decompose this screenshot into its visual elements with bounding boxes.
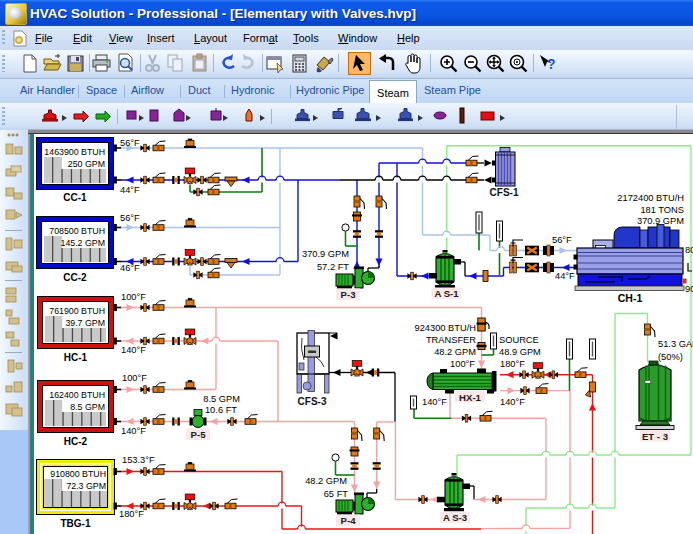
svg-text:P-5: P-5 <box>191 429 207 440</box>
svg-text:140°F: 140°F <box>121 345 146 355</box>
svg-text:924300 BTU/H: 924300 BTU/H <box>415 323 477 333</box>
svg-text:HC-2: HC-2 <box>64 436 88 447</box>
svg-text:250 GPM: 250 GPM <box>68 159 105 169</box>
svg-text:56°F: 56°F <box>552 235 572 245</box>
svg-text:HC-1: HC-1 <box>64 352 88 363</box>
svg-text:CFS-1: CFS-1 <box>490 187 519 198</box>
svg-text:44°F: 44°F <box>120 185 140 195</box>
svg-text:56°F: 56°F <box>120 138 140 148</box>
svg-text:140°F: 140°F <box>422 397 447 407</box>
svg-text:65 FT: 65 FT <box>324 489 349 499</box>
svg-text:162400 BTUH: 162400 BTUH <box>49 390 105 400</box>
svg-text:P-4: P-4 <box>341 515 357 526</box>
svg-text:90.: 90. <box>685 284 693 294</box>
svg-text:8.5 GPM: 8.5 GPM <box>70 402 105 412</box>
svg-text:CC-1: CC-1 <box>63 192 87 203</box>
svg-text:370.9 GPM: 370.9 GPM <box>637 216 684 226</box>
svg-text:(50%): (50%) <box>658 352 683 362</box>
svg-text:56°F: 56°F <box>120 213 140 223</box>
svg-text:10.6 FT: 10.6 FT <box>205 405 237 415</box>
svg-text:72.3 GPM: 72.3 GPM <box>66 481 106 491</box>
svg-text:145.2 GPM: 145.2 GPM <box>61 238 106 248</box>
svg-text:761900 BTUH: 761900 BTUH <box>49 306 105 316</box>
svg-text:?: ? <box>547 56 556 72</box>
svg-text:A S-1: A S-1 <box>434 288 459 299</box>
svg-text:48.2 GPM: 48.2 GPM <box>305 476 347 486</box>
svg-text:910800 BTUH: 910800 BTUH <box>50 469 106 479</box>
svg-text:140°F: 140°F <box>121 426 146 436</box>
svg-text:180°F: 180°F <box>500 359 525 369</box>
svg-text:180°F: 180°F <box>119 509 144 519</box>
svg-text:TBG-1: TBG-1 <box>61 518 91 529</box>
svg-text:CC-2: CC-2 <box>63 272 87 283</box>
svg-text:39.7 GPM: 39.7 GPM <box>65 318 105 328</box>
svg-text:100°F: 100°F <box>121 292 146 302</box>
svg-text:181 TONS: 181 TONS <box>640 205 684 215</box>
svg-text:48.2 GPM: 48.2 GPM <box>434 347 476 357</box>
svg-text:2172400 BTU/H: 2172400 BTU/H <box>617 193 684 203</box>
svg-text:80.: 80. <box>685 245 693 255</box>
svg-text:46°F: 46°F <box>120 263 140 273</box>
svg-text:TRANSFER: TRANSFER <box>426 335 476 345</box>
svg-text:SOURCE: SOURCE <box>499 335 539 345</box>
svg-text:ET - 3: ET - 3 <box>642 431 668 442</box>
svg-text:100°F: 100°F <box>450 359 475 369</box>
svg-text:48.9 GPM: 48.9 GPM <box>499 347 541 357</box>
svg-text:57.2 FT: 57.2 FT <box>317 262 349 272</box>
svg-text:8.5 GPM: 8.5 GPM <box>203 394 240 404</box>
svg-text:51.3 GAL: 51.3 GAL <box>658 339 693 349</box>
svg-text:44°F: 44°F <box>555 271 575 281</box>
svg-text:A S-3: A S-3 <box>443 512 467 523</box>
svg-text:HX-1: HX-1 <box>459 392 482 403</box>
svg-text:708500 BTUH: 708500 BTUH <box>49 226 105 236</box>
svg-text:CH-1: CH-1 <box>618 292 643 304</box>
svg-text:370.9 GPM: 370.9 GPM <box>302 249 349 259</box>
svg-text:153.3°F: 153.3°F <box>122 455 155 465</box>
svg-text:100°F: 100°F <box>122 373 147 383</box>
svg-text:140°F: 140°F <box>500 397 525 407</box>
svg-text:P-3: P-3 <box>341 289 356 300</box>
svg-text:CFS-3: CFS-3 <box>298 396 327 407</box>
svg-text:1463900 BTUH: 1463900 BTUH <box>44 147 105 157</box>
